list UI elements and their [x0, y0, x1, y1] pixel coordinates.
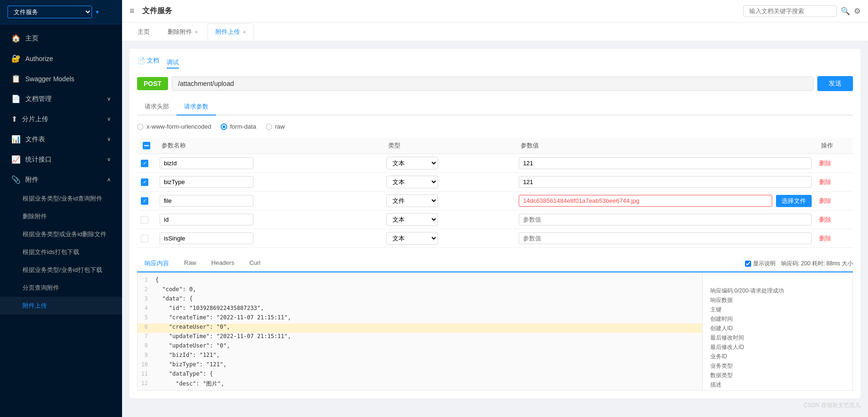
sidebar-item-doc-mgmt[interactable]: 📄 文档管理 ∨	[0, 89, 122, 109]
sidebar-item-chunk-upload[interactable]: ⬆ 分片上传 ∨	[0, 109, 122, 129]
show-desc-label: 显示说明	[753, 260, 776, 268]
param-checkbox-3[interactable]	[141, 216, 148, 224]
param-file-input-2[interactable]	[519, 195, 772, 207]
service-select[interactable]: 文件服务	[8, 6, 92, 18]
nav-label-doc-mgmt: 文档管理	[25, 95, 52, 103]
code-line: 10 "bizType": "121",	[138, 361, 702, 371]
param-name-input-0[interactable]	[160, 157, 253, 169]
col-type: 类型	[383, 138, 515, 154]
line-number: 6	[138, 324, 152, 333]
tab-label-home: 主页	[138, 28, 150, 36]
param-checkbox-0[interactable]	[141, 160, 148, 167]
tab-delete-attachment[interactable]: 删除附件×	[160, 23, 206, 40]
sidebar-sub-batch-download-biz[interactable]: 根据业务类型/业务id打包下载	[0, 261, 122, 279]
param-type-select-4[interactable]: 文本	[386, 232, 438, 245]
delete-param-3[interactable]: 删除	[819, 216, 831, 223]
sidebar-item-home[interactable]: 🏠 主页	[0, 28, 122, 48]
line-content: "id": "1039286922435887233",	[152, 305, 702, 314]
nav-icon-doc-mgmt: 📄	[11, 94, 21, 103]
line-number: 11	[138, 371, 152, 380]
show-desc-checkbox[interactable]	[745, 261, 751, 267]
select-all-checkbox[interactable]	[143, 142, 150, 149]
content-type-radio-group: x-www-form-urlencoded form-data raw	[137, 123, 853, 130]
sidebar-item-file-table[interactable]: 📊 文件表 ∨	[0, 129, 122, 149]
response-options: 显示说明 响应码: 200 耗时: 88ms 大小	[745, 260, 853, 268]
param-type-select-3[interactable]: 文本	[386, 213, 438, 226]
menu-icon[interactable]: ≡	[130, 6, 135, 16]
choose-file-button[interactable]: 选择文件	[776, 195, 812, 207]
param-value-input-0[interactable]	[519, 157, 812, 169]
sidebar-sub-attachment-upload[interactable]: 附件上传	[0, 297, 122, 315]
code-line: 1 {	[138, 277, 702, 286]
send-button[interactable]: 发送	[817, 76, 853, 91]
sidebar-item-swagger[interactable]: 📋 Swagger Models	[0, 69, 122, 89]
code-line: 7 "updateTime": "2022-11-07 21:15:11",	[138, 333, 702, 342]
request-bar: POST 发送	[137, 76, 853, 91]
param-name-input-3[interactable]	[160, 214, 253, 225]
search-icon[interactable]: 🔍	[841, 7, 850, 15]
param-checkbox-2[interactable]	[141, 197, 148, 205]
endpoint-input[interactable]	[172, 77, 814, 91]
sidebar-dropdown-icon[interactable]: ▾	[96, 8, 99, 15]
param-value-input-1[interactable]	[519, 176, 812, 188]
param-checkbox-1[interactable]	[141, 178, 148, 186]
nav-icon-attachment: 📎	[11, 175, 21, 184]
sidebar-header: 文件服务 ▾	[0, 0, 122, 24]
line-content: "desc": "图片",	[152, 380, 702, 389]
delete-param-2[interactable]: 删除	[819, 197, 831, 204]
content-area: 📄 文档 调试 POST 发送 请求头部请求参数 x-www-form-urle…	[122, 41, 868, 417]
sidebar-item-authorize[interactable]: 🔐 Authorize	[0, 48, 122, 69]
nav-icon-stats: 📈	[11, 155, 21, 164]
res-tab-headers[interactable]: Headers	[204, 255, 242, 271]
tab-attachment-upload[interactable]: 附件上传×	[207, 23, 253, 40]
line-content: "bizId": "121",	[152, 352, 702, 361]
desc-line: 创建人ID	[708, 324, 847, 333]
line-number: 8	[138, 342, 152, 352]
request-sub-tabs: 请求头部请求参数	[137, 99, 853, 116]
radio-label-raw: raw	[275, 123, 285, 130]
radio-raw[interactable]: raw	[266, 123, 285, 130]
sidebar-sub-page-query[interactable]: 分页查询附件	[0, 279, 122, 297]
line-number: 13	[138, 389, 152, 390]
tab-close-delete-attachment[interactable]: ×	[195, 29, 198, 35]
sidebar-item-attachment[interactable]: 📎 附件 ∧	[0, 170, 122, 190]
req-tab-params[interactable]: 请求参数	[177, 99, 216, 116]
sidebar-sub-batch-download-ids[interactable]: 根据文件ids打包下载	[0, 243, 122, 261]
param-type-select-2[interactable]: 文件	[386, 194, 438, 207]
settings-icon[interactable]: ⚙	[854, 7, 860, 15]
param-name-input-4[interactable]	[160, 232, 253, 244]
response-section: 响应内容RawHeadersCurl 显示说明 响应码: 200 耗时: 88m…	[137, 255, 853, 272]
show-desc-checkbox-label: 显示说明	[745, 260, 776, 268]
try-label[interactable]: 调试	[167, 58, 179, 69]
param-name-input-2[interactable]	[160, 195, 253, 207]
res-tab-content[interactable]: 响应内容	[137, 255, 177, 271]
sidebar-sub-batch-delete[interactable]: 根据业务类型或业务id删除文件	[0, 225, 122, 243]
sidebar-sub-delete-attachment[interactable]: 删除附件	[0, 208, 122, 225]
param-type-select-0[interactable]: 文本	[386, 157, 438, 170]
delete-param-0[interactable]: 删除	[819, 160, 831, 167]
param-name-input-1[interactable]	[160, 176, 253, 188]
delete-param-1[interactable]: 删除	[819, 178, 831, 185]
search-input[interactable]	[743, 5, 837, 17]
radio-formdata[interactable]: form-data	[221, 123, 256, 130]
sidebar-sub-query-attachment[interactable]: 根据业务类型/业务id查询附件	[0, 190, 122, 208]
col-name: 参数名称	[156, 138, 383, 154]
res-tab-raw[interactable]: Raw	[177, 255, 204, 271]
res-tab-curl[interactable]: Curl	[242, 255, 268, 271]
tab-home[interactable]: 主页	[130, 23, 158, 40]
desc-line: 数据类型	[708, 371, 847, 380]
param-type-select-1[interactable]: 文本	[386, 176, 438, 188]
topbar-search: 🔍 ⚙	[743, 5, 860, 17]
req-tab-headers[interactable]: 请求头部	[137, 99, 177, 116]
nav-arrow-attachment: ∧	[107, 177, 111, 183]
sidebar-item-stats[interactable]: 📈 统计接口 ∨	[0, 149, 122, 170]
radio-urlencoded[interactable]: x-www-form-urlencoded	[137, 123, 211, 130]
param-value-input-4[interactable]	[519, 232, 812, 244]
nav-label-authorize: Authorize	[25, 55, 53, 62]
code-panel: 1 {2 "code": 0,3 "data": {4 "id": "10392…	[138, 273, 702, 390]
param-checkbox-4[interactable]	[141, 235, 148, 242]
code-line: 5 "createTime": "2022-11-07 21:15:11",	[138, 314, 702, 324]
delete-param-4[interactable]: 删除	[819, 235, 831, 242]
param-value-input-3[interactable]	[519, 214, 812, 225]
tab-close-attachment-upload[interactable]: ×	[243, 29, 246, 35]
